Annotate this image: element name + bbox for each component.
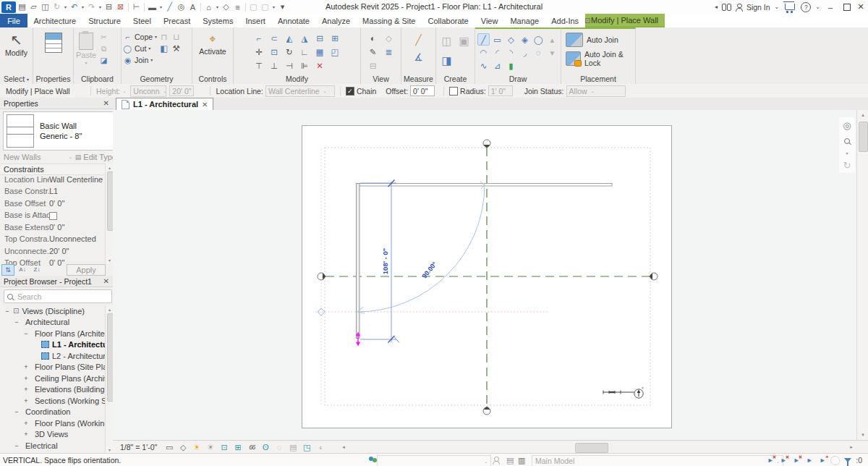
display-order-icon[interactable]: ≣ — [382, 46, 396, 59]
reveal-hidden-elements-icon[interactable]: ʘ — [260, 442, 271, 453]
draw-pick-lines[interactable]: ⊿ — [491, 59, 503, 72]
design-option-select[interactable]: Main Model⌄ — [532, 455, 783, 466]
scope-caret-icon[interactable]: ⌄ — [69, 154, 72, 159]
draw-pick-faces[interactable]: ▮ — [505, 59, 517, 72]
tree-view-l1-architectural[interactable]: L1 - Architectural — [0, 339, 105, 351]
qat-separator[interactable] — [128, 3, 129, 12]
tab-massing-site[interactable]: Massing & Site — [357, 14, 422, 27]
tab-manage[interactable]: Manage — [504, 14, 545, 27]
draw-line[interactable]: ╱ — [477, 33, 490, 46]
tree-floor-plans-architectural[interactable]: −Floor Plans (Architectura — [0, 328, 105, 339]
draw-scroll-down[interactable]: ▾ — [546, 46, 558, 59]
elevation-marker-north[interactable] — [483, 140, 490, 148]
view-tab-l1[interactable]: L1 - Architectural ✕ — [116, 98, 213, 110]
tab-systems[interactable]: Systems — [197, 14, 239, 27]
aligned-dimension-icon[interactable]: ⊢ — [131, 1, 142, 12]
radius-checkbox[interactable] — [449, 87, 458, 96]
view-tab-close-icon[interactable]: ✕ — [202, 101, 208, 109]
sign-in-dropdown-icon[interactable]: ⌄ — [775, 4, 780, 10]
draw-ellipse[interactable]: ◌ — [532, 46, 545, 59]
help-icon[interactable]: ? — [801, 2, 811, 12]
close-button[interactable]: ✕ — [855, 2, 867, 12]
trim-extend-multiple-tool[interactable]: ⊫ — [298, 59, 312, 72]
activate-dimensions-button[interactable]: ⌖ Activate — [194, 30, 231, 56]
align-tool[interactable]: ⌐ — [252, 32, 266, 45]
wall-vertical-in-progress[interactable] — [357, 184, 360, 339]
switch-windows-icon[interactable]: ▢ — [248, 1, 259, 12]
measure-icon[interactable]: ╱ — [164, 1, 175, 12]
canvas-horizontal-scrollbar[interactable]: ◂ ▸ — [339, 441, 868, 453]
unpin-tool[interactable]: ⊥ — [268, 59, 281, 72]
tab-file[interactable]: File — [0, 14, 27, 27]
tab-collaborate[interactable]: Collaborate — [422, 14, 475, 27]
shadows-icon[interactable]: ☀ — [205, 442, 216, 453]
tab-steel[interactable]: Steel — [127, 14, 157, 27]
create-group-icon[interactable]: ▣ — [456, 32, 472, 51]
draw-polygon-inscribed[interactable]: ◇ — [505, 33, 517, 46]
tab-annotate[interactable]: Annotate — [271, 14, 315, 27]
tree-floor-plans-working[interactable]: +Floor Plans (Working Pla — [0, 418, 105, 429]
chain-checkbox[interactable]: ✓ — [346, 87, 354, 96]
section-icon[interactable]: ◇ — [221, 1, 231, 12]
sort-by-group-button[interactable]: ⇅ — [1, 264, 14, 276]
pin-tool[interactable]: ⊤ — [252, 59, 266, 72]
undo-dropdown-icon[interactable]: ▾ — [80, 1, 85, 12]
tree-floor-plans-site[interactable]: +Floor Plans (Site Plan) — [0, 362, 105, 373]
properties-toggle-icon[interactable]: ▤ — [17, 1, 27, 12]
qat-separator[interactable] — [245, 3, 246, 12]
sort-ascending-button[interactable]: A↓ — [16, 264, 29, 276]
open-icon[interactable]: ▱ — [28, 1, 39, 12]
property-row[interactable]: Base Constr...L1 — [0, 186, 105, 198]
auto-join-lock-button[interactable]: Auto Join & Lock — [563, 49, 634, 68]
array-tool[interactable]: ▦ — [313, 46, 327, 59]
create-assembly-icon[interactable]: ◨ — [439, 51, 455, 70]
filter-icon[interactable] — [844, 458, 851, 462]
collapse-chevron-icon[interactable]: ◂ — [715, 4, 718, 10]
panel-caption-properties[interactable]: Properties — [33, 74, 73, 84]
panel-caption-select[interactable]: Select▾ — [0, 74, 33, 84]
tab-insert[interactable]: Insert — [239, 14, 272, 27]
project-browser-header[interactable]: Project Browser - Project1 ✕ — [0, 276, 113, 287]
copy-tool[interactable]: ⊡ — [268, 46, 281, 59]
linework-icon[interactable]: ✎ — [366, 46, 380, 59]
ribbon-display-toggle[interactable]: ⊡ ▾ — [579, 14, 600, 27]
editable-only-icon[interactable] — [493, 457, 499, 464]
active-workset-select[interactable]: ⌄ — [377, 455, 491, 466]
zoom-dropdown-icon[interactable]: ▾ — [846, 151, 848, 156]
tab-view[interactable]: View — [475, 14, 504, 27]
offset-field[interactable]: 0' 0" — [410, 85, 435, 96]
beam-cope-icon[interactable]: ⊓ — [158, 32, 169, 42]
floor-plan-graphics[interactable]: 108' - 0" 90.00° × — [302, 126, 671, 428]
draw-rectangle[interactable]: ▭ — [491, 33, 503, 46]
override-graphics-icon[interactable]: ◐ — [366, 32, 380, 45]
property-row[interactable]: Unconnecte...20' 0" — [0, 245, 105, 258]
canvas-vertical-scrollbar[interactable]: ▴ ▾ — [856, 110, 868, 440]
draw-arc-start-end-radius[interactable]: ◠ — [477, 46, 490, 59]
draw-scroll-up[interactable]: ▴ — [546, 33, 558, 46]
browser-search-box[interactable] — [4, 289, 112, 303]
property-row[interactable]: Base Offset0' 0" — [0, 198, 105, 210]
property-row[interactable]: Base Extensi...0' 0" — [0, 221, 105, 234]
steering-wheel-icon[interactable]: ◎ — [841, 119, 854, 132]
property-row[interactable]: Location LineWall Centerline — [0, 174, 105, 186]
instance-scope-select[interactable]: New Walls — [4, 153, 41, 161]
type-selector[interactable]: Basic Wall Generic - 8" — [3, 111, 116, 151]
drag-elements-on-selection-toggle[interactable]: ►+ — [817, 456, 827, 465]
sign-in-button[interactable]: Sign In — [746, 3, 770, 12]
join-button[interactable]: ◉Join▾ — [123, 54, 157, 65]
elevation-marker-south[interactable] — [483, 407, 490, 415]
close-inactive-views-icon[interactable]: ⊠ — [115, 1, 126, 12]
tree-coordination[interactable]: −Coordination — [0, 407, 105, 418]
restore-button[interactable] — [843, 4, 851, 11]
visual-style-icon[interactable]: ◇ — [177, 442, 189, 453]
view-dropdown-icon[interactable]: ▾ — [215, 1, 220, 12]
edit-type-button[interactable]: ▤Edit Type — [75, 153, 116, 161]
draw-arc-fillet[interactable]: ◞ — [519, 46, 531, 59]
join-status-select[interactable]: Allow⌄ — [566, 85, 626, 97]
wall-dropdown-icon[interactable]: ▾ — [158, 1, 163, 12]
help-dropdown-icon[interactable]: ⌄ — [815, 4, 820, 10]
vcb-collapse-icon[interactable]: ‹ — [315, 442, 326, 453]
search-input[interactable] — [16, 292, 91, 302]
save-icon[interactable]: ◫ — [40, 1, 51, 12]
sync-dropdown-icon[interactable]: ▾ — [63, 1, 68, 12]
